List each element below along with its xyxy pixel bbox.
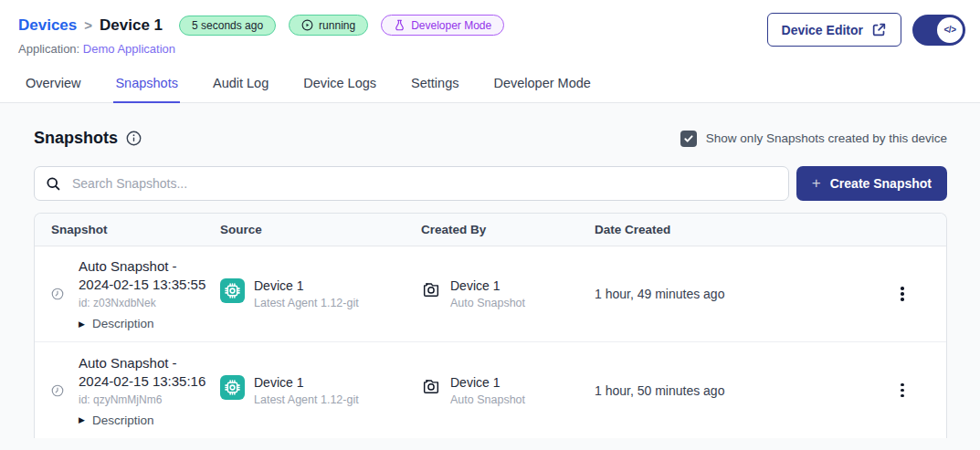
page-title: Device 1 — [100, 16, 163, 35]
snapshot-id: id: qzyNmMjNm6 — [79, 393, 216, 406]
developer-mode-badge-label: Developer Mode — [411, 20, 491, 31]
chip-icon — [220, 375, 245, 400]
last-seen-badge-label: 5 seconds ago — [192, 20, 263, 31]
date-created-cell: 1 hour, 50 minutes ago — [595, 383, 895, 398]
tab-device-logs[interactable]: Device Logs — [301, 68, 378, 103]
source-name: Device 1 — [254, 278, 359, 294]
source-detail: Latest Agent 1.12-git — [254, 297, 359, 309]
table-row: Auto Snapshot - 2024-02-15 13:35:55 id: … — [35, 246, 946, 342]
table-header-row: Snapshot Source Created By Date Created — [35, 214, 946, 246]
created-by-name: Device 1 — [450, 278, 525, 294]
tab-snapshots[interactable]: Snapshots — [113, 68, 180, 103]
description-toggle[interactable]: ▶ Description — [79, 317, 216, 330]
camera-icon — [421, 279, 441, 299]
running-status-badge-label: running — [319, 20, 355, 31]
created-by-detail: Auto Snapshot — [450, 297, 525, 309]
clock-icon — [51, 384, 64, 397]
filter-checkbox-row[interactable]: Show only Snapshots created by this devi… — [680, 131, 947, 147]
column-header-source: Source — [220, 223, 421, 236]
tab-settings[interactable]: Settings — [409, 68, 460, 103]
search-input[interactable] — [72, 176, 777, 191]
snapshot-title: Auto Snapshot - 2024-02-15 13:35:55 — [79, 257, 216, 294]
triangle-right-icon: ▶ — [79, 319, 85, 329]
snapshots-table: Snapshot Source Created By Date Created … — [34, 213, 947, 438]
flask-icon — [394, 19, 406, 31]
description-toggle[interactable]: ▶ Description — [79, 413, 216, 427]
column-header-date-created: Date Created — [595, 223, 895, 236]
section-title: Snapshots — [34, 129, 118, 148]
device-editor-button-label: Device Editor — [782, 23, 863, 37]
snapshot-title: Auto Snapshot - 2024-02-15 13:35:16 — [79, 354, 216, 391]
tab-bar: Overview Snapshots Audit Log Device Logs… — [0, 68, 980, 103]
source-detail: Latest Agent 1.12-git — [254, 393, 359, 406]
created-by-cell: Device 1 Auto Snapshot — [421, 278, 595, 309]
column-header-snapshot: Snapshot — [51, 223, 220, 236]
plus-icon: + — [812, 174, 821, 193]
created-by-detail: Auto Snapshot — [450, 393, 525, 406]
row-actions-kebab-icon[interactable] — [895, 378, 910, 403]
snapshot-cell: Auto Snapshot - 2024-02-15 13:35:55 id: … — [51, 257, 220, 330]
table-row: Auto Snapshot - 2024-02-15 13:35:16 id: … — [35, 342, 946, 438]
create-snapshot-button-label: Create Snapshot — [830, 176, 932, 191]
breadcrumb-separator: > — [84, 17, 92, 33]
description-toggle-label: Description — [92, 413, 154, 427]
column-header-created-by: Created By — [421, 223, 595, 236]
device-detail-page: { "colors": { "accent_navy": "#2e3a8c", … — [0, 0, 980, 450]
device-editor-button[interactable]: Device Editor — [767, 13, 901, 47]
source-cell: Device 1 Latest Agent 1.12-git — [220, 375, 421, 406]
created-by-name: Device 1 — [450, 375, 525, 391]
description-toggle-label: Description — [92, 317, 154, 330]
external-link-icon — [871, 22, 887, 37]
developer-mode-badge: Developer Mode — [381, 15, 504, 36]
section-header-row: Snapshots Show only Snapshots created by… — [34, 103, 947, 148]
tab-overview[interactable]: Overview — [24, 68, 82, 103]
page-header: Devices > Device 1 5 seconds ago running… — [0, 0, 980, 56]
chip-icon — [220, 278, 245, 303]
filter-checkbox-label: Show only Snapshots created by this devi… — [706, 131, 947, 145]
tab-audit-log[interactable]: Audit Log — [211, 68, 270, 103]
row-actions-kebab-icon[interactable] — [895, 281, 910, 307]
source-name: Device 1 — [254, 375, 359, 391]
developer-mode-toggle[interactable]: </> — [912, 15, 965, 46]
create-snapshot-button[interactable]: + Create Snapshot — [796, 166, 947, 201]
last-seen-badge: 5 seconds ago — [179, 16, 276, 36]
application-label: Application: — [18, 42, 79, 56]
snapshot-id: id: z03NxdbNek — [79, 297, 216, 309]
code-icon: </> — [937, 17, 963, 43]
search-icon — [46, 176, 61, 192]
running-status-badge: running — [289, 15, 368, 36]
search-row: + Create Snapshot — [34, 166, 947, 201]
triangle-right-icon: ▶ — [79, 415, 85, 424]
date-created-cell: 1 hour, 49 minutes ago — [595, 287, 895, 301]
filter-checkbox[interactable] — [680, 131, 697, 147]
snapshot-cell: Auto Snapshot - 2024-02-15 13:35:16 id: … — [51, 354, 220, 427]
status-badges: 5 seconds ago running Developer Mode — [179, 15, 504, 36]
search-box[interactable] — [34, 166, 789, 201]
header-actions: Device Editor </> — [767, 13, 965, 47]
created-by-cell: Device 1 Auto Snapshot — [421, 375, 595, 406]
snapshots-section: Snapshots Show only Snapshots created by… — [0, 103, 980, 450]
play-circle-icon — [301, 19, 313, 31]
code-glyph: </> — [944, 25, 956, 35]
clock-icon — [51, 288, 64, 300]
camera-icon — [421, 376, 441, 396]
tab-developer-mode[interactable]: Developer Mode — [491, 68, 592, 103]
check-icon — [683, 133, 694, 144]
source-cell: Device 1 Latest Agent 1.12-git — [220, 278, 421, 309]
info-icon[interactable] — [126, 131, 142, 146]
breadcrumb-devices-link[interactable]: Devices — [18, 16, 77, 35]
application-link[interactable]: Demo Application — [83, 42, 175, 56]
